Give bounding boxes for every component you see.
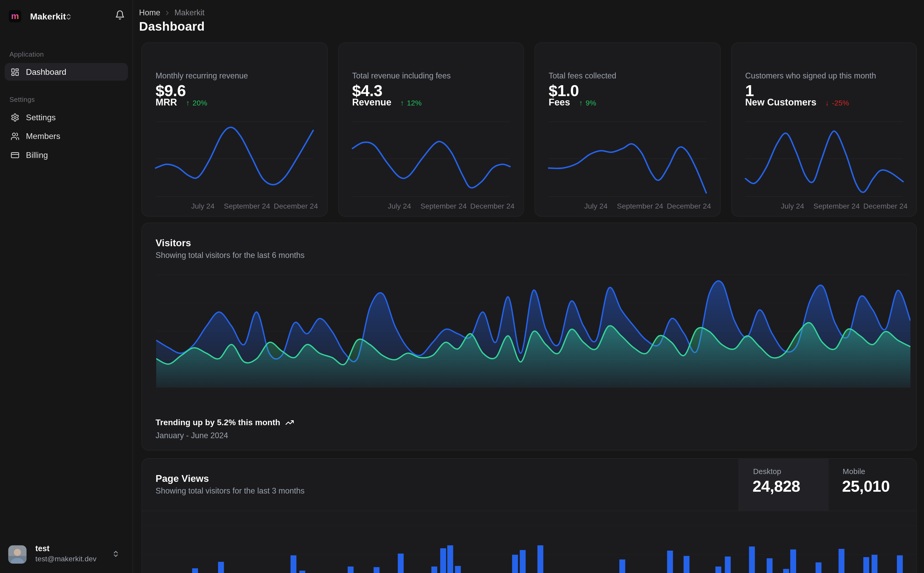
card-subtitle: Total revenue including fees [352, 71, 451, 80]
stat-card-mrr: MRR ↑20% Monthly recurring revenue $9.6 … [141, 42, 327, 217]
bar [431, 567, 438, 573]
breadcrumb-current: Makerkit [174, 8, 204, 17]
trending-summary: Trending up by 5.2% this month [156, 417, 294, 427]
bar [667, 551, 673, 573]
bar [767, 558, 773, 573]
card-subtitle: Total fees collected [549, 71, 616, 80]
sidebar-item-billing[interactable]: Billing [5, 146, 128, 164]
delta-badge: ↓-25% [825, 99, 849, 107]
toggle-desktop[interactable]: Desktop 24,828 [739, 459, 828, 511]
user-email: test@makerkit.dev [35, 555, 96, 563]
dashboard-page: m Makerkit Application Dashboard Setting… [0, 0, 924, 573]
card-subtitle: Monthly recurring revenue [156, 71, 248, 80]
page-title: Dashboard [139, 19, 205, 33]
users-icon [11, 132, 19, 141]
workspace-header: m Makerkit [0, 0, 133, 32]
bar [447, 545, 453, 573]
stat-value: 25,010 [842, 478, 890, 496]
visitors-card: Visitors Showing total visitors for the … [141, 222, 917, 450]
bar [749, 546, 755, 573]
logo-letter: m [11, 11, 19, 20]
sidebar-item-label: Members [26, 132, 60, 141]
x-axis-tick-label: July 24 [781, 202, 804, 210]
delta-badge: ↑20% [186, 99, 207, 107]
user-avatar [8, 545, 27, 564]
sidebar-item-dashboard[interactable]: Dashboard [5, 63, 128, 81]
credit-card-icon [11, 150, 19, 159]
arrow-up-icon: ↑ [186, 99, 190, 107]
bar [783, 569, 789, 573]
bar [398, 554, 404, 573]
sidebar-item-label: Settings [26, 113, 56, 122]
x-axis-labels: July 24September 24December 24 [549, 202, 706, 211]
x-axis-tick-label: September 24 [420, 202, 466, 210]
bar [838, 549, 844, 573]
page-views-bar-chart [154, 511, 915, 573]
page-views-header: Page Views Showing total visitors for th… [142, 459, 916, 511]
sidebar-item-members[interactable]: Members [5, 127, 128, 145]
workspace-name[interactable]: Makerkit [30, 11, 66, 21]
x-axis-labels: July 24September 24December 24 [156, 202, 313, 211]
x-axis-tick-label: July 24 [191, 202, 215, 210]
stat-label: Mobile [842, 467, 865, 476]
settings-icon [11, 113, 19, 122]
visitors-area-chart [156, 274, 910, 388]
bar [725, 557, 731, 573]
bar [192, 568, 198, 573]
arrow-up-icon: ↑ [579, 99, 582, 107]
toggle-mobile[interactable]: Mobile 25,010 [828, 459, 917, 511]
chevrons-up-down-icon [112, 550, 119, 560]
bar [816, 562, 822, 573]
card-subtitle: Customers who signed up this month [745, 71, 876, 80]
main-content: Home Makerkit Dashboard MRR ↑20% Monthly… [133, 0, 924, 573]
bar [863, 557, 869, 573]
sparkline-chart [549, 121, 706, 197]
user-menu[interactable]: test test@makerkit.dev [5, 540, 128, 568]
x-axis-tick-label: September 24 [814, 202, 860, 210]
card-value: $4.3 [352, 82, 382, 100]
sidebar: m Makerkit Application Dashboard Setting… [0, 0, 133, 573]
card-value: 1 [745, 82, 754, 100]
visitors-title: Visitors [156, 237, 191, 249]
card-value: $1.0 [549, 82, 579, 100]
x-axis-tick-label: December 24 [470, 202, 515, 210]
bar [684, 556, 690, 573]
bar [897, 555, 903, 573]
bar [300, 571, 305, 573]
sidebar-item-settings[interactable]: Settings [5, 108, 128, 126]
layout-dashboard-icon [11, 67, 19, 77]
stat-label: Desktop [753, 467, 781, 476]
bar [790, 550, 796, 573]
x-axis-tick-label: September 24 [617, 202, 663, 210]
stat-card-fees: Fees ↑9% Total fees collected $1.0 July … [534, 42, 720, 217]
bar [520, 550, 526, 573]
page-views-title: Page Views [156, 473, 209, 484]
breadcrumb: Home Makerkit [139, 8, 204, 17]
arrow-up-icon: ↑ [400, 99, 404, 107]
x-axis-tick-label: July 24 [584, 202, 608, 210]
user-name: test [35, 544, 49, 553]
chevrons-up-down-icon[interactable] [65, 13, 72, 23]
page-views-card: Page Views Showing total visitors for th… [141, 458, 917, 573]
stat-card-new-customers: New Customers ↓-25% Customers who signed… [731, 42, 917, 217]
bar [620, 559, 625, 573]
bell-icon[interactable] [115, 10, 125, 23]
section-label-settings: Settings [9, 96, 35, 103]
delta-badge: ↑12% [400, 99, 422, 107]
section-label-application: Application [9, 51, 44, 58]
bar [872, 555, 877, 573]
breadcrumb-home[interactable]: Home [139, 8, 160, 17]
delta-badge: ↑9% [579, 99, 596, 107]
bar [348, 567, 354, 573]
page-views-subtitle: Showing total visitors for the last 3 mo… [156, 487, 304, 495]
date-range: January - June 2024 [156, 431, 228, 440]
makerkit-logo: m [9, 10, 21, 23]
bar [715, 567, 721, 573]
stat-value: 24,828 [753, 478, 800, 496]
sparkline-chart [745, 121, 903, 197]
visitors-subtitle: Showing total visitors for the last 6 mo… [156, 251, 304, 260]
bar [440, 548, 446, 573]
sparkline-chart [352, 121, 510, 197]
bar [373, 567, 380, 573]
bar [512, 555, 518, 573]
